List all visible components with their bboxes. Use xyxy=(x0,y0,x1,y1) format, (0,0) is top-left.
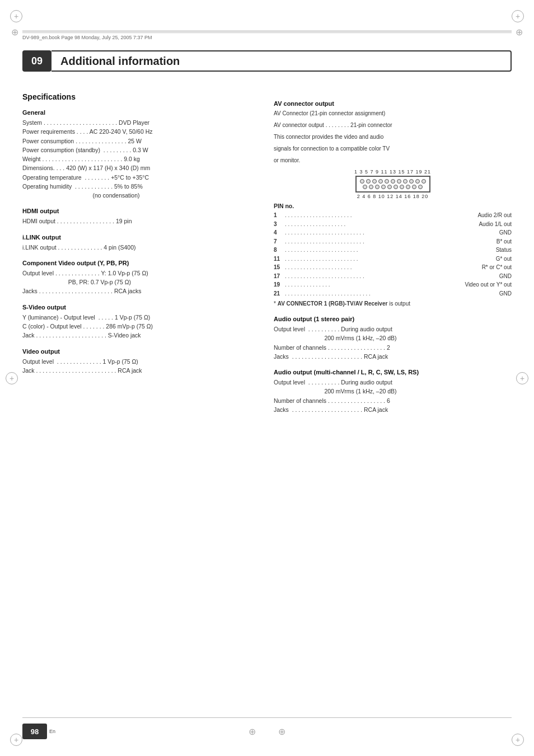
svideo-title: S-Video output xyxy=(22,304,260,311)
spec-line: PB, PR: 0.7 Vp-p (75 Ω) xyxy=(22,278,260,287)
corner-reg-mark-br xyxy=(512,734,524,746)
spec-line: HDMI output . . . . . . . . . . . . . . … xyxy=(22,217,260,226)
pin-row: 11 . . . . . . . . . . . . . . . . . . .… xyxy=(274,255,512,264)
spec-line: Operating humidity . . . . . . . . . . .… xyxy=(22,182,260,191)
main-content: Specifications General System . . . . . … xyxy=(22,87,512,700)
pin-row: 15 . . . . . . . . . . . . . . . . . . .… xyxy=(274,263,512,272)
ilink-title: i.LINK output xyxy=(22,234,260,241)
footer-crosshair-r: ⊕ xyxy=(278,726,285,737)
spec-line: 200 mVrms (1 kHz, –20 dB) xyxy=(274,334,512,342)
connector-top-numbers: 1 3 5 7 9 11 13 15 17 19 21 xyxy=(354,169,431,175)
video-title: Video output xyxy=(22,348,260,355)
pin-number: 7 xyxy=(274,237,285,246)
spec-line: Output level . . . . . . . . . . . . . .… xyxy=(22,269,260,278)
footer-marks: ⊕ ⊕ xyxy=(249,726,285,737)
connector-diagram: 1 3 5 7 9 11 13 15 17 19 21 xyxy=(274,169,512,199)
spec-line: Jacks . . . . . . . . . . . . . . . . . … xyxy=(22,287,260,295)
page-number: 98 xyxy=(22,724,47,739)
spec-line: Y (luminance) - Output level . . . . . 1… xyxy=(22,313,260,322)
pin-no-label: PIN no. xyxy=(274,203,512,209)
crosshair-right: ⊕ xyxy=(516,27,523,37)
connector-row-top xyxy=(360,179,426,184)
video-lines: Output level . . . . . . . . . . . . . .… xyxy=(22,357,260,375)
side-reg-mark-l xyxy=(6,372,18,384)
spec-line: Jacks . . . . . . . . . . . . . . . . . … xyxy=(274,352,512,361)
spec-line: Jacks . . . . . . . . . . . . . . . . . … xyxy=(274,405,512,414)
pin-label: Audio 2/R out xyxy=(477,211,512,220)
pin-dots: . . . . . . . . . . . . . . . . . . . . xyxy=(285,220,479,229)
pin-label: GND xyxy=(499,289,512,298)
pin-row: 7 . . . . . . . . . . . . . . . . . . . … xyxy=(274,237,512,246)
pin-row: 17 . . . . . . . . . . . . . . . . . . .… xyxy=(274,272,512,281)
general-title: General xyxy=(22,109,260,116)
connector-bottom-numbers: 2 4 6 8 10 12 14 16 18 20 xyxy=(357,194,429,199)
pin-number: 21 xyxy=(274,289,285,298)
topbar-text: DV-989_en.book Page 98 Monday, July 25, … xyxy=(22,35,152,40)
chapter-title: Additional information xyxy=(60,55,180,68)
spec-line: (no condensation) xyxy=(22,191,260,200)
pin-number: 8 xyxy=(274,246,285,255)
connector-box xyxy=(355,176,430,192)
spec-line: Output level . . . . . . . . . . During … xyxy=(274,325,512,334)
av-connector-title: AV connector output xyxy=(274,100,512,107)
pin-label: Video out or Y* out xyxy=(465,280,512,289)
pin-dots: . . . . . . . . . . . . . . . . . . . . … xyxy=(285,289,499,298)
hdmi-title: HDMI output xyxy=(22,208,260,214)
component-section: Component Video output (Y, PB, PR) Outpu… xyxy=(22,260,260,296)
pin-label: GND xyxy=(499,272,512,281)
audio-multichannel-lines: Output level . . . . . . . . . . During … xyxy=(274,378,512,414)
spec-line: Jack . . . . . . . . . . . . . . . . . .… xyxy=(22,366,260,375)
audio-multichannel-title: Audio output (multi-channel / L, R, C, S… xyxy=(274,369,512,375)
footer-crosshair-l: ⊕ xyxy=(249,726,256,737)
spec-line: Power consumption (standby) . . . . . . … xyxy=(22,145,260,154)
chapter-title-box: Additional information xyxy=(51,50,512,72)
pin-dots: . . . . . . . . . . . . . . . . . . . . … xyxy=(285,211,477,220)
pin-row: 21 . . . . . . . . . . . . . . . . . . .… xyxy=(274,289,512,298)
pin-label: Audio 1/L out xyxy=(479,220,512,229)
av-connector-note: signals for connection to a compatible c… xyxy=(274,144,512,153)
chapter-number: 09 xyxy=(22,50,51,72)
spec-line: Weight . . . . . . . . . . . . . . . . .… xyxy=(22,154,260,163)
pin-dots: . . . . . . . . . . . . . . . . . . . . … xyxy=(285,263,482,272)
spec-line: Output level . . . . . . . . . . During … xyxy=(274,378,512,387)
pin-row: 8 . . . . . . . . . . . . . . . . . . . … xyxy=(274,246,512,255)
av-description: AV Connector (21-pin connector assignmen… xyxy=(274,109,512,165)
pin-number: 1 xyxy=(274,211,285,220)
spec-line: System . . . . . . . . . . . . . . . . .… xyxy=(22,118,260,127)
side-reg-mark-r xyxy=(516,372,528,384)
pin-dots: . . . . . . . . . . . . . . . xyxy=(285,280,465,289)
audio-stereo-lines: Output level . . . . . . . . . . During … xyxy=(274,325,512,361)
pin-dots: . . . . . . . . . . . . . . . . . . . . … xyxy=(285,272,499,281)
corner-reg-mark-bl xyxy=(10,734,22,746)
av-connector-note: This connector provides the video and au… xyxy=(274,133,512,141)
svideo-section: S-Video output Y (luminance) - Output le… xyxy=(22,304,260,340)
spec-line: Number of channels . . . . . . . . . . .… xyxy=(274,343,512,352)
bottom-footer: 98 En ⊕ ⊕ xyxy=(22,724,512,739)
pin-table: 1 . . . . . . . . . . . . . . . . . . . … xyxy=(274,211,512,298)
pin-row: 1 . . . . . . . . . . . . . . . . . . . … xyxy=(274,211,512,220)
spec-line: C (color) - Output level . . . . . . . 2… xyxy=(22,322,260,331)
svideo-lines: Y (luminance) - Output level . . . . . 1… xyxy=(22,313,260,340)
pin-number: 17 xyxy=(274,272,285,281)
right-column: AV connector output AV Connector (21-pin… xyxy=(274,87,512,700)
specs-title: Specifications xyxy=(22,92,260,101)
spec-line: Dimensions. . . . 420 (W) x 117 (H) x 34… xyxy=(22,163,260,172)
spec-line: Output level . . . . . . . . . . . . . .… xyxy=(22,357,260,366)
audio-stereo-section: Audio output (1 stereo pair) Output leve… xyxy=(274,316,512,361)
crosshair-left: ⊕ xyxy=(11,27,18,37)
av-connector-note: AV Connector (21-pin connector assignmen… xyxy=(274,109,512,118)
av-connector-section: AV connector output AV Connector (21-pin… xyxy=(274,100,512,308)
corner-reg-mark-tl xyxy=(10,10,22,22)
audio-multichannel-section: Audio output (multi-channel / L, R, C, S… xyxy=(274,369,512,414)
top-divider xyxy=(22,32,512,33)
pin-number: 11 xyxy=(274,255,285,264)
pin-dots: . . . . . . . . . . . . . . . . . . . . … xyxy=(285,255,496,264)
pin-dots: . . . . . . . . . . . . . . . . . . . . … xyxy=(285,228,499,237)
pin-dots: . . . . . . . . . . . . . . . . . . . . … xyxy=(285,237,496,246)
ilink-lines: i.LINK output . . . . . . . . . . . . . … xyxy=(22,243,260,252)
pin-label: G* out xyxy=(496,255,512,264)
video-section: Video output Output level . . . . . . . … xyxy=(22,348,260,375)
general-lines: System . . . . . . . . . . . . . . . . .… xyxy=(22,118,260,200)
left-column: Specifications General System . . . . . … xyxy=(22,87,260,700)
component-lines: Output level . . . . . . . . . . . . . .… xyxy=(22,269,260,296)
